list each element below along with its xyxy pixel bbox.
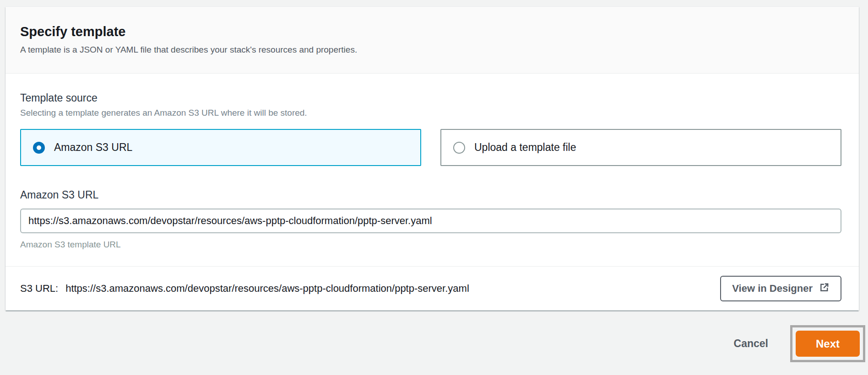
s3-url-bar: S3 URL: https://s3.amazonaws.com/devopst… xyxy=(5,266,859,311)
amazon-s3-url-helper: Amazon S3 template URL xyxy=(20,240,841,266)
specify-template-panel: Specify template A template is a JSON or… xyxy=(5,7,859,311)
view-in-designer-label: View in Designer xyxy=(732,283,813,295)
s3-url-bar-label: S3 URL: xyxy=(20,283,58,295)
template-source-description: Selecting a template generates an Amazon… xyxy=(20,108,841,118)
radio-selected-icon[interactable] xyxy=(33,142,45,154)
cancel-button[interactable]: Cancel xyxy=(734,338,768,350)
external-link-icon xyxy=(819,282,830,295)
radio-tile-label: Amazon S3 URL xyxy=(54,141,132,154)
radio-tile-label: Upload a template file xyxy=(474,141,576,154)
wizard-footer: Cancel Next xyxy=(0,325,868,362)
s3-url-bar-value: https://s3.amazonaws.com/devopstar/resou… xyxy=(65,283,469,295)
amazon-s3-url-label: Amazon S3 URL xyxy=(20,189,841,201)
view-in-designer-button[interactable]: View in Designer xyxy=(720,276,841,301)
next-button-highlight-frame: Next xyxy=(790,325,865,362)
panel-body: Template source Selecting a template gen… xyxy=(5,74,859,266)
panel-header: Specify template A template is a JSON or… xyxy=(5,7,859,74)
amazon-s3-url-field: Amazon S3 URL Amazon S3 template URL xyxy=(20,189,841,266)
radio-tile-upload-template-file[interactable]: Upload a template file xyxy=(440,129,841,166)
radio-unselected-icon[interactable] xyxy=(453,142,465,154)
amazon-s3-url-input[interactable] xyxy=(20,209,841,233)
radio-tile-amazon-s3-url[interactable]: Amazon S3 URL xyxy=(20,129,421,166)
page-subtitle: A template is a JSON or YAML file that d… xyxy=(20,45,841,55)
template-source-options: Amazon S3 URL Upload a template file xyxy=(20,129,841,166)
template-source-label: Template source xyxy=(20,92,841,104)
page-title: Specify template xyxy=(20,24,841,39)
next-button[interactable]: Next xyxy=(796,331,860,357)
